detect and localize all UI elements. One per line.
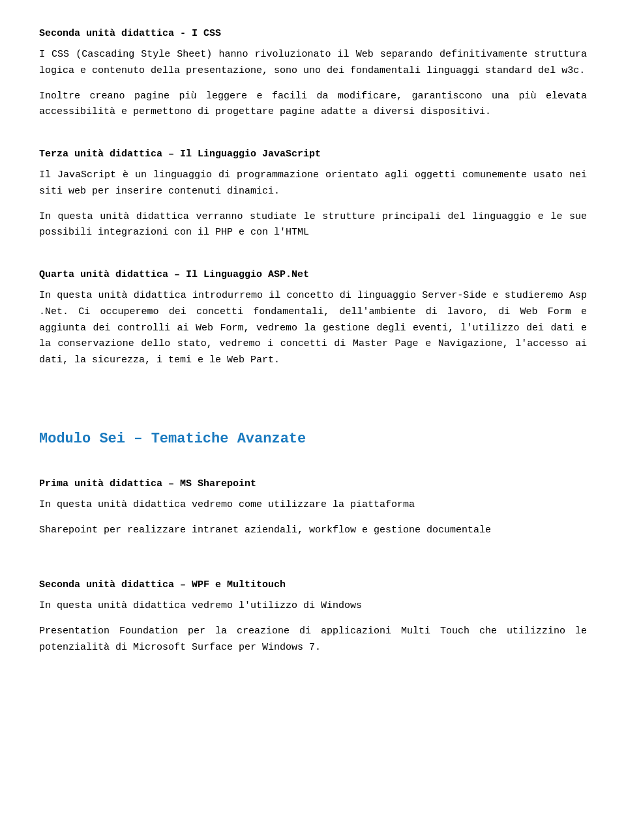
- spacer-1: [39, 134, 587, 147]
- spacer-7: [39, 564, 587, 577]
- terza-unita-js-para1: Il JavaScript è un linguaggio di program…: [39, 167, 587, 200]
- quarta-unita-asp-para1: In questa unità didattica introdurremo i…: [39, 288, 587, 369]
- prima-unita-sharepoint-block: Prima unità didattica – MS Sharepoint In…: [39, 476, 587, 539]
- seconda-unita-wpf-block: Seconda unità didattica – WPF e Multitou…: [39, 577, 587, 656]
- spacer-2: [39, 254, 587, 267]
- quarta-unita-asp-heading: Quarta unità didattica – Il Linguaggio A…: [39, 267, 587, 283]
- terza-unita-js-heading: Terza unità didattica – Il Linguaggio Ja…: [39, 147, 587, 162]
- quarta-unita-asp-block: Quarta unità didattica – Il Linguaggio A…: [39, 267, 587, 369]
- spacer-6: [39, 551, 587, 564]
- seconda-unita-css-block: Seconda unità didattica - I CSS I CSS (C…: [39, 26, 587, 121]
- seconda-unita-wpf-para1: In questa unità didattica vedremo l'util…: [39, 598, 587, 615]
- seconda-unita-css-heading: Seconda unità didattica - I CSS: [39, 26, 587, 42]
- prima-unita-sharepoint-heading: Prima unità didattica – MS Sharepoint: [39, 476, 587, 492]
- seconda-unita-wpf-heading: Seconda unità didattica – WPF e Multitou…: [39, 577, 587, 593]
- terza-unita-js-block: Terza unità didattica – Il Linguaggio Ja…: [39, 147, 587, 241]
- seconda-unita-css-para2: Inoltre creano pagine più leggere e faci…: [39, 89, 587, 121]
- terza-unita-js-para2: In questa unità didattica verranno studi…: [39, 209, 587, 242]
- seconda-unita-wpf-para2: Presentation Foundation per la creazione…: [39, 624, 587, 656]
- module-sei-heading: Modulo Sei – Tematiche Avanzate: [39, 427, 587, 450]
- prima-unita-sharepoint-para2: Sharepoint per realizzare intranet azien…: [39, 523, 587, 539]
- prima-unita-sharepoint-para1: In questa unità didattica vedremo come u…: [39, 497, 587, 514]
- seconda-unita-css-para1: I CSS (Cascading Style Sheet) hanno rivo…: [39, 47, 587, 80]
- spacer-5: [39, 463, 587, 476]
- spacer-3: [39, 382, 587, 395]
- spacer-4: [39, 395, 587, 408]
